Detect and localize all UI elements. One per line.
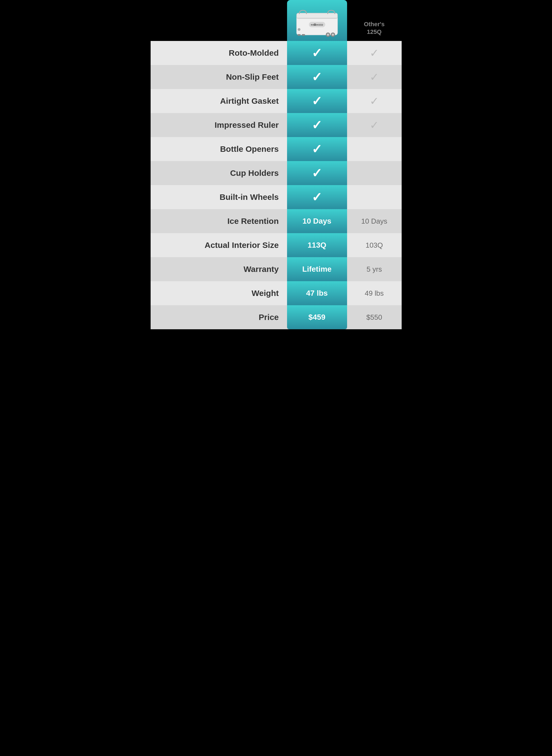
others-cell-value: 103Q <box>366 241 383 249</box>
row-label: Price <box>151 313 287 322</box>
table-row: Price$459$550 <box>151 305 402 329</box>
svg-point-3 <box>298 28 300 31</box>
row-label: Cup Holders <box>151 169 287 178</box>
row-hooked-value: $459 <box>287 305 347 329</box>
row-label: Warranty <box>151 264 287 274</box>
hooked-product-image: HOOKED <box>292 8 341 38</box>
row-others-value: $550 <box>347 305 402 329</box>
svg-point-10 <box>332 33 334 36</box>
row-others-value <box>347 185 402 209</box>
table-row: Cup Holders✓ <box>151 161 402 185</box>
row-hooked-value: ✓ <box>287 161 347 185</box>
table-row: Built-in Wheels✓ <box>151 185 402 209</box>
row-label: Airtight Gasket <box>151 96 287 106</box>
row-hooked-value: 47 lbs <box>287 281 347 305</box>
table-row: WarrantyLifetime5 yrs <box>151 257 402 281</box>
header-hooked-col: HOOKED <box>287 0 347 41</box>
row-hooked-value: ✓ <box>287 185 347 209</box>
check-light-icon: ✓ <box>370 47 379 59</box>
row-others-value: ✓ <box>347 113 402 137</box>
row-hooked-value: ✓ <box>287 65 347 89</box>
row-others-value: ✓ <box>347 89 402 113</box>
row-others-value: 5 yrs <box>347 257 402 281</box>
row-label: Built-in Wheels <box>151 193 287 202</box>
table-row: Bottle Openers✓ <box>151 137 402 161</box>
row-hooked-value: ✓ <box>287 113 347 137</box>
table-body: Roto-Molded✓✓Non-Slip Feet✓✓Airtight Gas… <box>151 41 402 329</box>
check-icon: ✓ <box>312 47 322 59</box>
table-row: Weight47 lbs49 lbs <box>151 281 402 305</box>
check-icon: ✓ <box>312 143 322 155</box>
row-hooked-value: 10 Days <box>287 209 347 233</box>
row-label: Roto-Molded <box>151 48 287 58</box>
check-light-icon: ✓ <box>370 120 379 130</box>
table-row: Impressed Ruler✓✓ <box>151 113 402 137</box>
others-cell-value: $550 <box>367 313 382 322</box>
table-row: Non-Slip Feet✓✓ <box>151 65 402 89</box>
row-others-value <box>347 137 402 161</box>
row-hooked-value: ✓ <box>287 89 347 113</box>
others-cell-value: 10 Days <box>361 217 387 225</box>
row-label: Actual Interior Size <box>151 240 287 250</box>
check-icon: ✓ <box>312 95 322 107</box>
row-others-value: 10 Days <box>347 209 402 233</box>
row-others-value: ✓ <box>347 41 402 65</box>
row-others-value: ✓ <box>347 65 402 89</box>
row-others-value: 49 lbs <box>347 281 402 305</box>
table-row: Actual Interior Size113Q103Q <box>151 233 402 257</box>
hooked-cell-value: 10 Days <box>303 217 331 225</box>
svg-point-8 <box>327 33 329 36</box>
check-icon: ✓ <box>312 167 322 179</box>
check-icon: ✓ <box>312 71 322 83</box>
others-cell-value: 5 yrs <box>367 265 382 274</box>
row-others-value <box>347 161 402 185</box>
hooked-cell-value: 113Q <box>307 241 326 249</box>
row-label: Impressed Ruler <box>151 120 287 130</box>
row-hooked-value: ✓ <box>287 137 347 161</box>
svg-text:HOOKED: HOOKED <box>311 23 323 26</box>
comparison-table: HOOKED Other's125Q Roto-Molded✓✓Non-Slip <box>151 0 402 329</box>
table-row: Airtight Gasket✓✓ <box>151 89 402 113</box>
hooked-cell-value: $459 <box>308 313 325 322</box>
row-hooked-value: 113Q <box>287 233 347 257</box>
row-hooked-value: Lifetime <box>287 257 347 281</box>
hooked-cell-value: 47 lbs <box>306 289 328 298</box>
check-light-icon: ✓ <box>370 96 379 106</box>
svg-rect-12 <box>302 34 305 36</box>
row-others-value: 103Q <box>347 233 402 257</box>
row-hooked-value: ✓ <box>287 41 347 65</box>
row-label: Ice Retention <box>151 217 287 226</box>
check-icon: ✓ <box>312 119 322 131</box>
row-label: Bottle Openers <box>151 144 287 154</box>
row-label: Non-Slip Feet <box>151 72 287 82</box>
table-row: Ice Retention10 Days10 Days <box>151 209 402 233</box>
svg-rect-1 <box>297 13 337 19</box>
header-others-col: Other's125Q <box>347 20 402 41</box>
others-cell-value: 49 lbs <box>365 289 384 298</box>
others-product-title: Other's125Q <box>364 20 385 36</box>
header-row: HOOKED Other's125Q <box>151 0 402 41</box>
check-light-icon: ✓ <box>370 72 379 83</box>
check-icon: ✓ <box>312 191 322 203</box>
table-row: Roto-Molded✓✓ <box>151 41 402 65</box>
row-label: Weight <box>151 289 287 298</box>
svg-rect-11 <box>297 34 301 36</box>
hooked-cell-value: Lifetime <box>302 265 331 274</box>
